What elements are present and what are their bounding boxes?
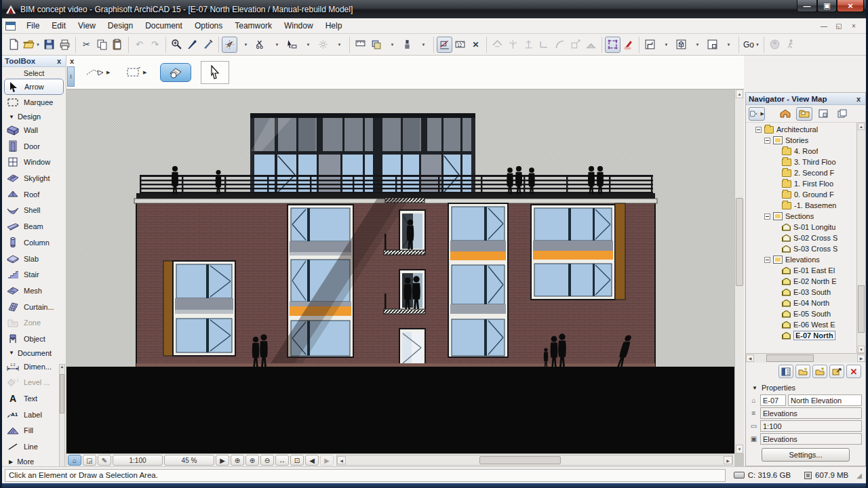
floor-plan-dropdown[interactable]: ▼ — [658, 37, 673, 53]
cut-button[interactable]: ✂ — [79, 37, 94, 53]
zoom-adjust-button[interactable]: ⊕ — [231, 455, 244, 466]
layers-button[interactable] — [368, 37, 384, 53]
guidelines-toggle-button[interactable] — [222, 37, 237, 53]
copy-button[interactable] — [94, 37, 110, 53]
guidelines-dropdown[interactable]: ▼ — [237, 37, 253, 53]
tree-item-s02[interactable]: S-02 Cross S — [746, 232, 865, 243]
walk-button[interactable] — [783, 37, 798, 53]
menu-file[interactable]: File — [20, 19, 45, 33]
tool-arrow[interactable]: Arrow — [4, 79, 64, 95]
zoom-box-button[interactable]: ◲ — [83, 455, 96, 466]
scroll-right-icon[interactable]: ▶ — [724, 456, 732, 464]
marquee-view-button[interactable] — [605, 37, 620, 53]
toolbox-design-header[interactable]: ▼ Design — [2, 110, 66, 122]
menu-document[interactable]: Document — [139, 19, 189, 33]
floor-plan-window-button[interactable] — [642, 37, 658, 53]
tree-item-roof[interactable]: 4. Roof — [746, 146, 865, 157]
modify-button[interactable] — [284, 37, 300, 53]
dimension-toggle-button[interactable] — [437, 37, 452, 53]
layout-dropdown[interactable]: ▼ — [720, 37, 736, 53]
tree-item-ground-floor[interactable]: 0. Ground F — [746, 189, 865, 200]
drawing-vertical-scrollbar[interactable]: ▲ ▼ — [734, 89, 744, 453]
document-window-icon[interactable] — [5, 22, 16, 30]
marquee-mode-tool[interactable]: ▶ — [126, 62, 146, 83]
minimize-button[interactable]: — — [797, 0, 817, 12]
tree-item-e07-selected[interactable]: E-07 North — [746, 330, 865, 341]
zoom-level-button[interactable]: 45 % — [164, 455, 214, 466]
settings-button[interactable]: Settings... — [762, 448, 850, 462]
tool-marquee[interactable]: Marquee — [2, 95, 66, 111]
tool-stair[interactable]: Stair — [2, 266, 66, 283]
scroll-up-icon[interactable]: ▲ — [736, 89, 743, 98]
scroll-up-icon[interactable]: ▲ — [858, 123, 865, 130]
tool-window[interactable]: Window — [2, 155, 66, 171]
go-button[interactable]: Go▼ — [742, 37, 761, 53]
close-button[interactable]: × — [837, 0, 864, 12]
roof-trim-button[interactable] — [490, 37, 505, 53]
tree-item-e02[interactable]: E-02 North E — [746, 276, 865, 287]
3d-window-button[interactable] — [673, 37, 689, 53]
tool-level-dimension[interactable]: 1.2Level ... — [2, 375, 66, 391]
undo-button[interactable]: ↶ — [132, 37, 147, 53]
trim-dropdown[interactable]: ▼ — [269, 37, 284, 53]
menu-view[interactable]: View — [72, 19, 102, 33]
tree-horizontal-scrollbar[interactable]: ◀ ▶ — [746, 353, 865, 363]
tool-object[interactable]: Object — [2, 331, 66, 347]
scroll-right-icon[interactable]: ▶ — [857, 354, 865, 362]
scrollbar-thumb[interactable] — [736, 198, 743, 286]
tool-skylight[interactable]: Skylight — [2, 170, 66, 186]
mdi-restore-button[interactable]: ◱ — [833, 22, 844, 30]
toolbox-document-header[interactable]: ▼ Document — [2, 347, 66, 359]
drawing-horizontal-scrollbar[interactable]: ◀ ▶ — [336, 455, 733, 466]
modify-dropdown[interactable]: ▼ — [300, 37, 315, 53]
fillet-button[interactable] — [552, 37, 568, 53]
info-box-close-icon[interactable]: x — [68, 57, 76, 65]
tree-item-e01[interactable]: E-01 East El — [746, 265, 865, 276]
resize-grip[interactable]: ◢ — [856, 472, 863, 479]
project-chooser-button[interactable]: ▶ — [749, 107, 765, 121]
default-settings-tool[interactable]: ▶ — [85, 62, 110, 83]
collapse-expander-icon[interactable] — [755, 127, 762, 133]
publisher-button[interactable] — [834, 107, 850, 121]
tree-item-third-floor[interactable]: 3. Third Floo — [746, 157, 865, 167]
save-button[interactable] — [41, 37, 57, 53]
scrollbar-thumb[interactable] — [479, 456, 561, 464]
tool-beam[interactable]: Beam — [2, 218, 66, 235]
favorites-dropdown[interactable]: ▼ — [415, 37, 431, 53]
new-file-button[interactable] — [6, 37, 22, 53]
menu-window[interactable]: Window — [278, 19, 319, 33]
tree-item-sections[interactable]: Sections — [746, 211, 865, 222]
tree-item-elevations[interactable]: Elevations — [746, 254, 865, 265]
view-id-field[interactable]: E-07 — [760, 394, 786, 406]
tree-item-s03[interactable]: S-03 Cross S — [746, 243, 865, 254]
mark-up-button[interactable] — [620, 37, 636, 53]
intersect-button[interactable] — [536, 37, 552, 53]
scrollbar-thumb[interactable] — [766, 354, 814, 362]
mdi-close-button[interactable]: × — [848, 22, 859, 30]
resize-button[interactable] — [568, 37, 583, 53]
info-box-handle[interactable]: I — [67, 66, 75, 87]
more-options-button[interactable]: ▶ — [216, 455, 229, 466]
tool-text[interactable]: AText — [2, 390, 66, 407]
new-view-clone-button[interactable] — [795, 365, 810, 378]
view-map-button[interactable] — [796, 107, 812, 121]
new-folder-button[interactable] — [812, 365, 827, 378]
elevate-button[interactable] — [583, 37, 599, 53]
scrollbar-thumb[interactable] — [858, 285, 865, 333]
pickup-parameters-button[interactable] — [184, 37, 200, 53]
tree-vertical-scrollbar[interactable]: ▲ ▼ — [856, 123, 865, 353]
scroll-left-icon[interactable]: ◀ — [746, 354, 754, 362]
paste-button[interactable] — [110, 37, 125, 53]
tool-slab[interactable]: Slab — [2, 251, 66, 267]
collapse-expander-icon[interactable] — [764, 257, 770, 263]
project-map-button[interactable] — [777, 107, 793, 121]
collapse-expander-icon[interactable] — [764, 138, 770, 144]
pen-set-field[interactable]: Elevations — [760, 433, 862, 445]
3d-dropdown[interactable]: ▼ — [689, 37, 705, 53]
save-current-view-button[interactable] — [829, 365, 844, 378]
tree-item-second-floor[interactable]: 2. Second F — [746, 167, 865, 178]
tree-item-e04[interactable]: E-04 North — [746, 298, 865, 308]
menu-design[interactable]: Design — [102, 19, 139, 33]
auto-dimension-button[interactable]: 12 — [452, 37, 468, 53]
view-name-field[interactable]: North Elevation — [788, 394, 862, 406]
